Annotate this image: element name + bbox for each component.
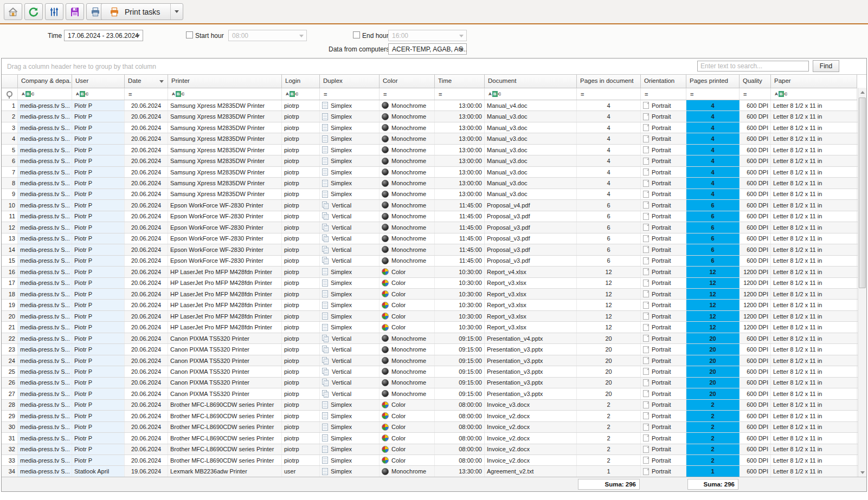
- cell-quality[interactable]: 600 DPI: [740, 344, 771, 354]
- cell-time[interactable]: 09:15:00: [435, 366, 485, 376]
- filter-cell-pages_printed[interactable]: =: [686, 88, 740, 100]
- cell-orientation[interactable]: Portrait: [641, 333, 686, 343]
- cell-color[interactable]: Color: [380, 267, 435, 277]
- cell-date[interactable]: 20.06.2024: [125, 411, 168, 421]
- cell-duplex[interactable]: Simplex: [320, 411, 380, 421]
- cell-login[interactable]: piotrp: [282, 378, 320, 388]
- cell-paper[interactable]: Letter 8 1/2 x 11 in: [771, 433, 857, 443]
- cell-row-number[interactable]: 3: [2, 122, 18, 133]
- cell-date[interactable]: 20.06.2024: [125, 267, 168, 277]
- filter-cell-color[interactable]: =: [380, 88, 435, 100]
- cell-pages_printed[interactable]: 4: [686, 189, 740, 199]
- cell-printer[interactable]: Epson WorkForce WF-2830 Printer: [168, 200, 282, 210]
- cell-date[interactable]: 20.06.2024: [125, 433, 168, 443]
- cell-orientation[interactable]: Portrait: [641, 378, 686, 388]
- column-header-color[interactable]: Color: [380, 75, 435, 88]
- column-header-orientation[interactable]: Orientation: [641, 75, 686, 88]
- cell-color[interactable]: Monochrome: [380, 466, 435, 476]
- cell-printer[interactable]: Samsung Xpress M2835DW Printer: [168, 145, 282, 155]
- cell-orientation[interactable]: Portrait: [641, 278, 686, 288]
- cell-printer[interactable]: Brother MFC-L8690CDW series Printer: [168, 444, 282, 454]
- cell-date[interactable]: 20.06.2024: [125, 311, 168, 321]
- cell-printer[interactable]: Epson WorkForce WF-2830 Printer: [168, 222, 282, 232]
- cell-orientation[interactable]: Portrait: [641, 100, 686, 111]
- cell-time[interactable]: 10:30:00: [435, 278, 485, 288]
- cell-printer[interactable]: Epson WorkForce WF-2830 Printer: [168, 256, 282, 266]
- cell-time[interactable]: 08:00:00: [435, 455, 485, 465]
- group-by-panel[interactable]: Drag a column header here to group by th…: [2, 59, 866, 75]
- cell-color[interactable]: Monochrome: [380, 178, 435, 188]
- cell-printer[interactable]: Brother MFC-L8690CDW series Printer: [168, 400, 282, 410]
- cell-time[interactable]: 08:00:00: [435, 433, 485, 443]
- cell-row-number[interactable]: 32: [2, 444, 18, 454]
- cell-duplex[interactable]: Simplex: [320, 145, 380, 155]
- cell-pages_in_document[interactable]: 12: [577, 322, 641, 332]
- cell-document[interactable]: Manual_v3.doc: [485, 178, 577, 188]
- cell-orientation[interactable]: Portrait: [641, 211, 686, 222]
- cell-user[interactable]: Piotr P: [72, 178, 125, 188]
- table-row[interactable]: 12media-press.tv S...Piotr P20.06.2024Ep…: [2, 222, 866, 233]
- filter-cell-date[interactable]: =: [125, 88, 168, 100]
- table-row[interactable]: 19media-press.tv S...Piotr P20.06.2024HP…: [2, 300, 866, 310]
- cell-row-number[interactable]: 31: [2, 433, 18, 443]
- cell-login[interactable]: piotrp: [282, 388, 320, 399]
- cell-duplex[interactable]: Simplex: [320, 466, 380, 476]
- table-row[interactable]: 8media-press.tv S...Piotr P20.06.2024Sam…: [2, 178, 866, 189]
- filter-cell-user[interactable]: ABC: [72, 88, 125, 100]
- cell-orientation[interactable]: Portrait: [641, 444, 686, 454]
- table-row[interactable]: 23media-press.tv S...Piotr P20.06.2024Ca…: [2, 344, 866, 355]
- cell-color[interactable]: Monochrome: [380, 167, 435, 177]
- cell-login[interactable]: piotrp: [282, 122, 320, 133]
- cell-duplex[interactable]: Vertical: [320, 388, 380, 399]
- cell-row-number[interactable]: 17: [2, 278, 18, 288]
- cell-time[interactable]: 13:00:00: [435, 145, 485, 155]
- cell-date[interactable]: 20.06.2024: [125, 455, 168, 465]
- cell-printer[interactable]: Epson WorkForce WF-2830 Printer: [168, 233, 282, 244]
- cell-printer[interactable]: Canon PIXMA TS5320 Printer: [168, 344, 282, 354]
- cell-company[interactable]: media-press.tv S...: [18, 178, 72, 188]
- cell-pages_in_document[interactable]: 12: [577, 289, 641, 299]
- cell-login[interactable]: piotrp: [282, 422, 320, 432]
- cell-pages_printed[interactable]: 12: [686, 322, 740, 332]
- cell-login[interactable]: piotrp: [282, 322, 320, 332]
- cell-pages_printed[interactable]: 20: [686, 388, 740, 399]
- cell-paper[interactable]: Letter 8 1/2 x 11 in: [771, 311, 857, 321]
- cell-printer[interactable]: HP LaserJet Pro MFP M428fdn Printer: [168, 278, 282, 288]
- cell-company[interactable]: media-press.tv S...: [18, 388, 72, 399]
- start-hour-checkbox[interactable]: [186, 31, 193, 38]
- cell-time[interactable]: 09:15:00: [435, 388, 485, 399]
- cell-document[interactable]: Presentation_v4.pptx: [485, 333, 577, 343]
- cell-document[interactable]: Manual_v3.doc: [485, 111, 577, 121]
- cell-date[interactable]: 20.06.2024: [125, 167, 168, 177]
- cell-user[interactable]: Piotr P: [72, 155, 125, 166]
- cell-orientation[interactable]: Portrait: [641, 133, 686, 144]
- cell-company[interactable]: media-press.tv S...: [18, 433, 72, 443]
- cell-time[interactable]: 10:30:00: [435, 289, 485, 299]
- cell-company[interactable]: media-press.tv S...: [18, 289, 72, 299]
- cell-pages_printed[interactable]: 6: [686, 244, 740, 255]
- cell-document[interactable]: Invoice_v2.docx: [485, 411, 577, 421]
- cell-login[interactable]: piotrp: [282, 233, 320, 244]
- cell-quality[interactable]: 600 DPI: [740, 256, 771, 266]
- cell-orientation[interactable]: Portrait: [641, 289, 686, 299]
- cell-pages_in_document[interactable]: 4: [577, 145, 641, 155]
- table-row[interactable]: 1media-press.tv S...Piotr P20.06.2024Sam…: [2, 100, 866, 111]
- cell-quality[interactable]: 1200 DPI: [740, 289, 771, 299]
- cell-printer[interactable]: Canon PIXMA TS5320 Printer: [168, 378, 282, 388]
- cell-pages_printed[interactable]: 12: [686, 278, 740, 288]
- table-row[interactable]: 34media-press.tv S...Statlook April19.06…: [2, 466, 866, 477]
- cell-time[interactable]: 10:30:00: [435, 311, 485, 321]
- cell-duplex[interactable]: Simplex: [320, 178, 380, 188]
- cell-document[interactable]: Manual_v3.doc: [485, 155, 577, 166]
- cell-user[interactable]: Piotr P: [72, 111, 125, 121]
- cell-pages_printed[interactable]: 4: [686, 100, 740, 111]
- cell-pages_printed[interactable]: 20: [686, 333, 740, 343]
- cell-pages_printed[interactable]: 2: [686, 422, 740, 432]
- cell-user[interactable]: Piotr P: [72, 311, 125, 321]
- cell-time[interactable]: 13:00:00: [435, 155, 485, 166]
- cell-date[interactable]: 20.06.2024: [125, 388, 168, 399]
- cell-pages_printed[interactable]: 4: [686, 122, 740, 133]
- cell-document[interactable]: Report_v3.xlsx: [485, 311, 577, 321]
- cell-login[interactable]: piotrp: [282, 355, 320, 366]
- cell-company[interactable]: media-press.tv S...: [18, 378, 72, 388]
